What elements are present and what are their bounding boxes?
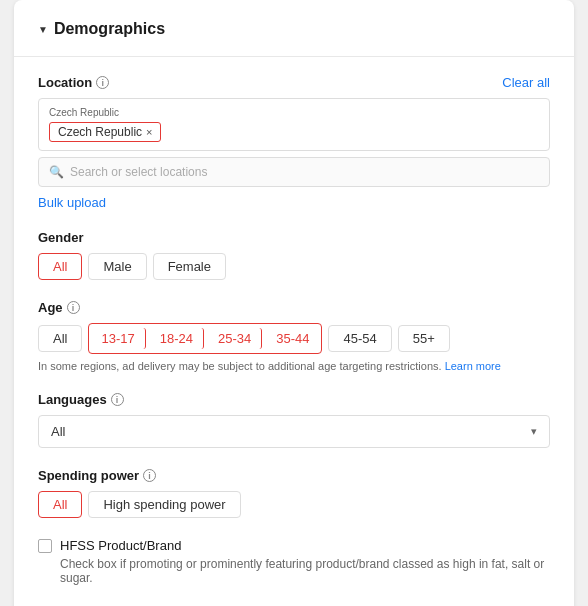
location-box: Czech Republic Czech Republic × (38, 98, 550, 151)
search-icon: 🔍 (49, 165, 64, 179)
hfss-checkbox-row: HFSS Product/Brand (38, 538, 550, 553)
divider (14, 56, 574, 57)
bulk-upload-link[interactable]: Bulk upload (38, 195, 106, 210)
hfss-note: Check box if promoting or prominently fe… (60, 557, 550, 585)
languages-header: Languages i (38, 392, 550, 407)
location-info-icon[interactable]: i (96, 76, 109, 89)
age-selected-group: 13-17 18-24 25-34 35-44 (88, 323, 322, 354)
section-header: ▼ Demographics (38, 20, 550, 38)
tag-text: Czech Republic (58, 125, 142, 139)
gender-block: Gender All Male Female (38, 230, 550, 280)
age-info-icon[interactable]: i (67, 301, 80, 314)
age-25-34-button[interactable]: 25-34 (208, 328, 262, 349)
gender-female-button[interactable]: Female (153, 253, 226, 280)
age-13-17-button[interactable]: 13-17 (91, 328, 145, 349)
gender-btn-group: All Male Female (38, 253, 550, 280)
spending-power-label: Spending power i (38, 468, 156, 483)
hfss-block: HFSS Product/Brand Check box if promotin… (38, 538, 550, 585)
age-block: Age i All 13-17 18-24 25-34 35-44 45-54 … (38, 300, 550, 372)
age-45-54-button[interactable]: 45-54 (328, 325, 391, 352)
hfss-label: HFSS Product/Brand (60, 538, 181, 553)
languages-info-icon[interactable]: i (111, 393, 124, 406)
age-label: Age i (38, 300, 80, 315)
spending-all-button[interactable]: All (38, 491, 82, 518)
spending-power-info-icon[interactable]: i (143, 469, 156, 482)
age-all-button[interactable]: All (38, 325, 82, 352)
age-35-44-button[interactable]: 35-44 (266, 328, 319, 349)
tag-close-icon[interactable]: × (146, 126, 152, 138)
chevron-icon: ▼ (38, 24, 48, 35)
spending-power-header: Spending power i (38, 468, 550, 483)
gender-header: Gender (38, 230, 550, 245)
gender-all-button[interactable]: All (38, 253, 82, 280)
spending-power-btn-group: All High spending power (38, 491, 550, 518)
gender-label: Gender (38, 230, 84, 245)
location-label: Location i (38, 75, 109, 90)
age-note: In some regions, ad delivery may be subj… (38, 360, 550, 372)
high-spending-button[interactable]: High spending power (88, 491, 240, 518)
location-search-box[interactable]: 🔍 Search or select locations (38, 157, 550, 187)
clear-all-button[interactable]: Clear all (502, 75, 550, 90)
age-header: Age i (38, 300, 550, 315)
section-title: Demographics (54, 20, 165, 38)
spending-power-block: Spending power i All High spending power (38, 468, 550, 518)
search-placeholder-text: Search or select locations (70, 165, 207, 179)
country-label: Czech Republic (49, 107, 539, 118)
location-block: Location i Clear all Czech Republic Czec… (38, 75, 550, 210)
hfss-checkbox[interactable] (38, 539, 52, 553)
age-55plus-button[interactable]: 55+ (398, 325, 450, 352)
age-btn-row: All 13-17 18-24 25-34 35-44 45-54 55+ (38, 323, 550, 354)
languages-block: Languages i All ▾ (38, 392, 550, 448)
learn-more-link[interactable]: Learn more (445, 360, 501, 372)
languages-value: All (51, 424, 65, 439)
gender-male-button[interactable]: Male (88, 253, 146, 280)
location-tag: Czech Republic × (49, 122, 161, 142)
age-18-24-button[interactable]: 18-24 (150, 328, 204, 349)
chevron-down-icon: ▾ (531, 425, 537, 438)
location-header: Location i Clear all (38, 75, 550, 90)
languages-select[interactable]: All ▾ (38, 415, 550, 448)
languages-label: Languages i (38, 392, 124, 407)
demographics-card: ▼ Demographics Location i Clear all Czec… (14, 0, 574, 606)
